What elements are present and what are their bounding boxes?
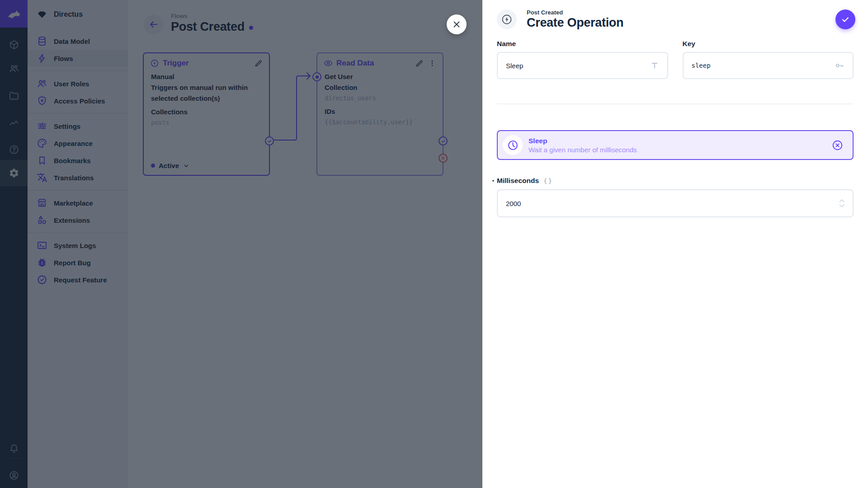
name-field-group: Name bbox=[497, 40, 668, 79]
stepper-up-icon[interactable] bbox=[838, 198, 845, 203]
text-t-icon bbox=[650, 61, 659, 70]
name-field[interactable] bbox=[497, 52, 668, 79]
stepper-down-icon[interactable] bbox=[838, 204, 845, 208]
operation-title: Sleep bbox=[528, 137, 637, 145]
selected-operation-card[interactable]: Sleep Wait a given number of millisecond… bbox=[497, 130, 854, 160]
milliseconds-field-label: Milliseconds bbox=[497, 177, 539, 185]
operation-texts: Sleep Wait a given number of millisecond… bbox=[528, 137, 637, 154]
close-drawer-button[interactable] bbox=[447, 14, 467, 34]
operation-description: Wait a given number of milliseconds bbox=[528, 146, 637, 154]
key-field-group: Key bbox=[683, 40, 854, 79]
required-dot bbox=[492, 180, 494, 182]
number-stepper bbox=[838, 198, 845, 208]
check-icon bbox=[840, 14, 850, 24]
drawer-header: Post Created Create Operation bbox=[482, 0, 868, 30]
clock-icon bbox=[507, 139, 519, 151]
bolt-circle-icon bbox=[501, 14, 513, 25]
milliseconds-input[interactable] bbox=[506, 200, 838, 207]
create-operation-drawer: Post Created Create Operation Name Key bbox=[482, 0, 868, 488]
key-field-label: Key bbox=[683, 40, 854, 48]
raw-value-icon[interactable]: {} bbox=[543, 177, 553, 184]
key-input[interactable] bbox=[692, 62, 835, 69]
name-input[interactable] bbox=[506, 62, 650, 70]
drawer-divider bbox=[497, 103, 854, 104]
key-field[interactable] bbox=[683, 52, 854, 79]
deselect-operation-button[interactable] bbox=[831, 139, 844, 151]
save-operation-button[interactable] bbox=[835, 9, 855, 29]
key-icon bbox=[835, 61, 844, 70]
milliseconds-field[interactable] bbox=[497, 189, 854, 217]
operation-fields: Name Key bbox=[482, 30, 868, 79]
milliseconds-field-group: Milliseconds {} bbox=[482, 160, 868, 217]
name-field-label: Name bbox=[497, 40, 668, 48]
drawer-header-icon-button bbox=[497, 9, 517, 29]
drawer-title-block: Post Created Create Operation bbox=[527, 9, 623, 30]
circled-x-icon bbox=[831, 139, 844, 151]
drawer-breadcrumb: Post Created bbox=[527, 9, 623, 16]
close-icon bbox=[452, 19, 462, 29]
drawer-title: Create Operation bbox=[527, 16, 623, 30]
operation-icon-circle bbox=[503, 135, 523, 155]
drawer-overlay[interactable] bbox=[0, 0, 482, 488]
app: Directus Data Model Flows User Roles Acc… bbox=[0, 0, 868, 488]
